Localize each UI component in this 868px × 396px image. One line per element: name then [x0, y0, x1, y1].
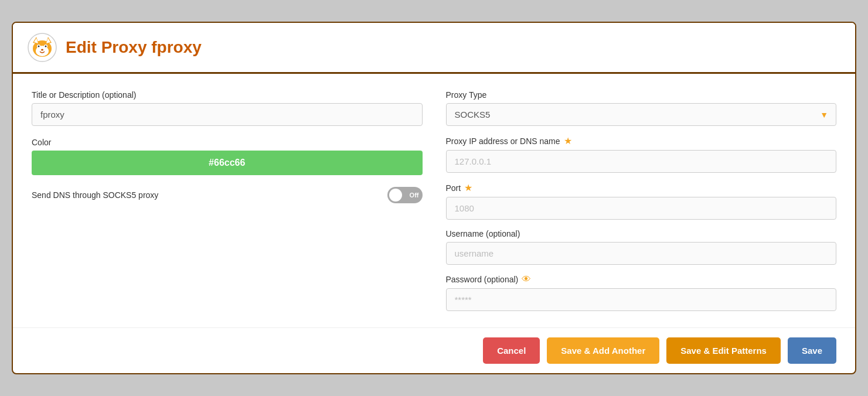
toggle-knob: [389, 189, 402, 202]
save-button[interactable]: Save: [788, 337, 836, 364]
color-label: Color: [32, 138, 423, 147]
proxy-type-field-group: Proxy Type HTTP HTTPS SOCKS4 SOCKS5: [446, 90, 837, 126]
port-input[interactable]: [446, 197, 837, 220]
modal-header: Edit Proxy fproxy: [13, 23, 855, 74]
dns-toggle[interactable]: Off: [387, 187, 423, 203]
color-field-group: Color #66cc66: [32, 138, 423, 175]
title-input[interactable]: [32, 103, 423, 126]
port-label: Port ★: [446, 182, 837, 193]
proxy-type-label: Proxy Type: [446, 90, 837, 100]
svg-point-11: [41, 49, 43, 51]
save-add-another-button[interactable]: Save & Add Another: [547, 337, 659, 364]
page-title: Edit Proxy fproxy: [66, 38, 202, 57]
right-column: Proxy Type HTTP HTTPS SOCKS4 SOCKS5 Prox…: [446, 90, 837, 311]
password-field-group: Password (optional) 👁: [446, 274, 837, 311]
port-required-icon: ★: [464, 182, 472, 193]
modal-body: Title or Description (optional) Color #6…: [13, 74, 855, 327]
username-input[interactable]: [446, 242, 837, 265]
title-label: Title or Description (optional): [32, 90, 423, 100]
port-field-group: Port ★: [446, 182, 837, 220]
title-field-group: Title or Description (optional): [32, 90, 423, 126]
password-toggle-icon[interactable]: 👁: [522, 274, 531, 285]
save-edit-patterns-button[interactable]: Save & Edit Patterns: [666, 337, 781, 364]
svg-point-10: [45, 46, 47, 47]
dns-label: Send DNS through SOCKS5 proxy: [32, 190, 158, 200]
ip-label: Proxy IP address or DNS name ★: [446, 135, 837, 146]
left-column: Title or Description (optional) Color #6…: [32, 90, 423, 311]
username-label: Username (optional): [446, 229, 837, 238]
ip-input[interactable]: [446, 150, 837, 173]
svg-point-9: [38, 46, 40, 47]
color-picker-button[interactable]: #66cc66: [32, 151, 423, 175]
proxy-type-select-wrapper: HTTP HTTPS SOCKS4 SOCKS5: [446, 103, 837, 126]
fox-logo: [27, 32, 57, 63]
toggle-text: Off: [410, 192, 419, 199]
password-input[interactable]: [446, 288, 837, 311]
ip-field-group: Proxy IP address or DNS name ★: [446, 135, 837, 173]
modal-footer: Cancel Save & Add Another Save & Edit Pa…: [13, 327, 855, 373]
dns-row: Send DNS through SOCKS5 proxy Off: [32, 187, 423, 203]
password-label: Password (optional) 👁: [446, 274, 837, 285]
cancel-button[interactable]: Cancel: [483, 337, 540, 364]
modal-container: Edit Proxy fproxy Title or Description (…: [12, 22, 856, 374]
ip-required-icon: ★: [564, 135, 572, 146]
proxy-type-select[interactable]: HTTP HTTPS SOCKS4 SOCKS5: [446, 103, 837, 126]
username-field-group: Username (optional): [446, 229, 837, 265]
